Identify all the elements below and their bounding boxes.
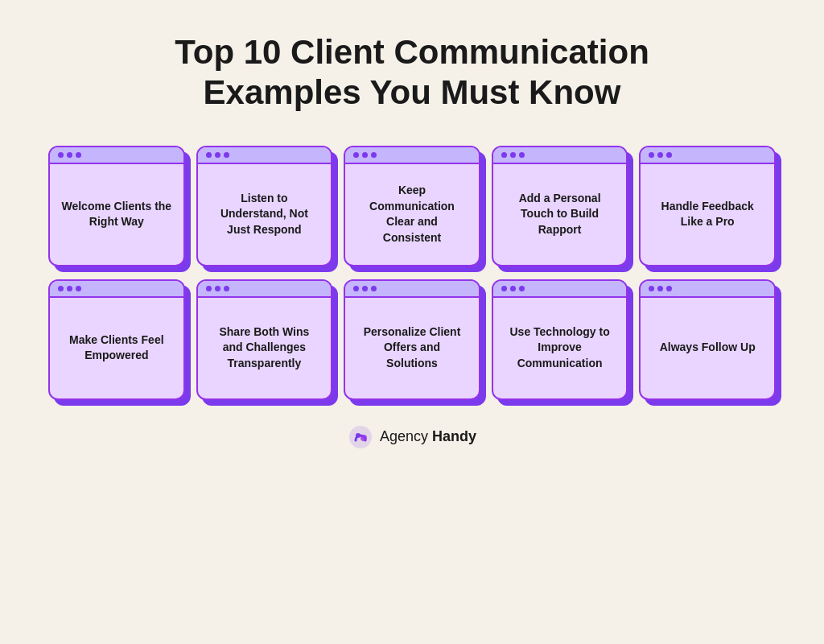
window-dot-icon [649,286,654,291]
card-body-card-3: Keep Communication Clear and Consistent [345,164,479,265]
card-header-card-1 [50,147,183,164]
svg-point-2 [360,435,367,441]
window-dot-icon [76,152,81,158]
window-dot-icon [224,286,229,291]
card-header-card-4 [493,147,627,164]
card-body-card-2: Listen to Understand, Not Just Respond [198,164,332,265]
window-dot-icon [206,152,212,158]
card-body-card-6: Make Clients Feel Empowered [50,298,183,398]
window-dot-icon [215,152,220,158]
window-dot-icon [519,286,525,291]
card-4: Add a Personal Touch to Build Rapport [492,146,628,266]
window-dot-icon [362,286,368,291]
card-header-card-6 [50,281,183,298]
card-text-card-3: Keep Communication Clear and Consistent [356,183,468,246]
window-dot-icon [649,152,654,158]
card-body-card-10: Always Follow Up [641,298,774,398]
card-wrapper-card-9: Use Technology to Improve Communication [492,279,628,400]
window-dot-icon [666,286,672,291]
window-dot-icon [215,286,220,291]
window-dot-icon [501,152,507,158]
card-8: Personalize Client Offers and Solutions [344,279,480,400]
card-body-card-5: Handle Feedback Like a Pro [641,164,774,265]
svg-point-1 [356,433,360,438]
window-dot-icon [67,152,72,158]
card-body-card-9: Use Technology to Improve Communication [493,298,627,398]
title-section: Top 10 Client Communication Examples You… [175,32,649,114]
window-dot-icon [206,286,212,291]
window-dot-icon [224,152,229,158]
window-dot-icon [519,152,525,158]
card-2: Listen to Understand, Not Just Respond [196,146,333,266]
window-dot-icon [657,286,663,291]
card-body-card-8: Personalize Client Offers and Solutions [345,298,479,398]
svg-point-0 [349,426,372,448]
main-title: Top 10 Client Communication Examples You… [175,32,649,114]
window-dot-icon [67,286,72,291]
card-text-card-9: Use Technology to Improve Communication [505,324,616,372]
cards-row-1: Welcome Clients the Right WayListen to U… [48,146,776,266]
card-header-card-7 [198,281,332,298]
agency-handy-logo-icon [348,424,373,450]
card-wrapper-card-3: Keep Communication Clear and Consistent [344,146,480,266]
card-body-card-7: Share Both Wins and Challenges Transpare… [198,298,332,398]
card-text-card-1: Welcome Clients the Right Way [61,199,172,230]
card-wrapper-card-10: Always Follow Up [639,279,776,400]
card-text-card-7: Share Both Wins and Challenges Transpare… [209,324,320,372]
card-7: Share Both Wins and Challenges Transpare… [196,279,333,400]
card-wrapper-card-7: Share Both Wins and Challenges Transpare… [196,279,333,400]
card-3: Keep Communication Clear and Consistent [344,146,480,266]
card-1: Welcome Clients the Right Way [48,146,185,266]
window-dot-icon [657,152,663,158]
card-wrapper-card-8: Personalize Client Offers and Solutions [344,279,480,400]
cards-container: Welcome Clients the Right WayListen to U… [48,146,776,400]
card-wrapper-card-5: Handle Feedback Like a Pro [639,146,776,266]
window-dot-icon [58,286,64,291]
cards-row-2: Make Clients Feel EmpoweredShare Both Wi… [48,279,776,400]
window-dot-icon [510,152,516,158]
card-text-card-2: Listen to Understand, Not Just Respond [209,191,320,238]
card-text-card-4: Add a Personal Touch to Build Rapport [505,191,616,238]
card-wrapper-card-6: Make Clients Feel Empowered [48,279,185,400]
window-dot-icon [353,152,359,158]
card-6: Make Clients Feel Empowered [48,279,185,400]
card-header-card-9 [493,281,627,298]
card-wrapper-card-4: Add a Personal Touch to Build Rapport [492,146,628,266]
window-dot-icon [510,286,516,291]
window-dot-icon [666,152,672,158]
card-wrapper-card-1: Welcome Clients the Right Way [48,146,185,266]
card-10: Always Follow Up [639,279,776,400]
logo-text: Agency Handy [380,428,476,445]
window-dot-icon [501,286,507,291]
card-wrapper-card-2: Listen to Understand, Not Just Respond [196,146,333,266]
card-header-card-5 [641,147,774,164]
card-5: Handle Feedback Like a Pro [639,146,776,266]
window-dot-icon [362,152,368,158]
window-dot-icon [353,286,359,291]
window-dot-icon [58,152,64,158]
card-text-card-10: Always Follow Up [660,340,756,356]
card-text-card-5: Handle Feedback Like a Pro [652,199,763,230]
window-dot-icon [76,286,81,291]
window-dot-icon [371,152,377,158]
card-header-card-3 [345,147,479,164]
card-text-card-6: Make Clients Feel Empowered [61,332,172,364]
logo-section: Agency Handy [348,424,476,450]
card-9: Use Technology to Improve Communication [492,279,628,400]
card-header-card-10 [641,281,774,298]
card-header-card-2 [198,147,332,164]
card-header-card-8 [345,281,479,298]
card-body-card-4: Add a Personal Touch to Build Rapport [493,164,627,265]
card-text-card-8: Personalize Client Offers and Solutions [356,324,468,372]
window-dot-icon [371,286,377,291]
card-body-card-1: Welcome Clients the Right Way [50,164,183,265]
